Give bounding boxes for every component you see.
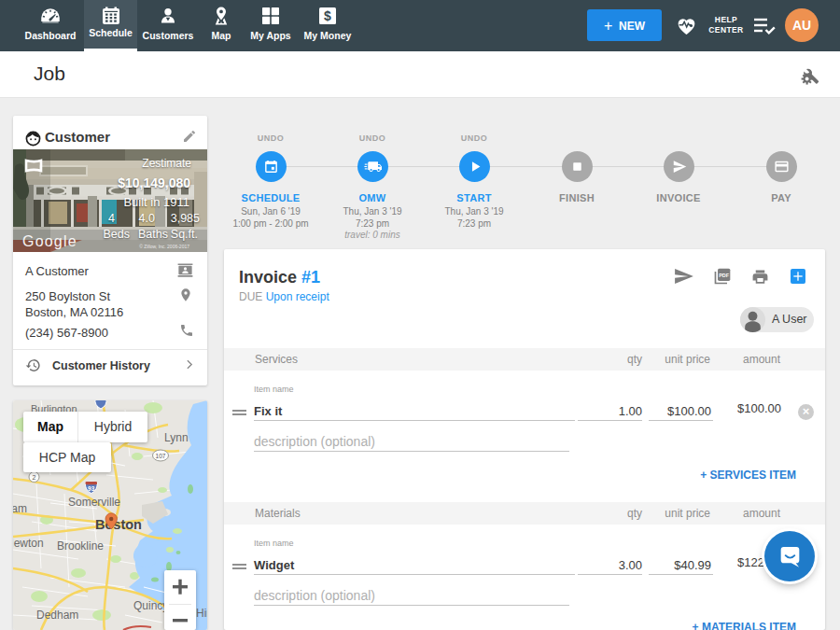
svg-text:Brookline: Brookline xyxy=(57,539,104,553)
svg-text:Newton: Newton xyxy=(13,537,44,550)
svg-text:Boston: Boston xyxy=(95,517,142,532)
svg-text:$: $ xyxy=(324,8,331,23)
svg-text:Quincy: Quincy xyxy=(133,599,168,612)
svg-text:107: 107 xyxy=(156,453,166,459)
svg-text:93: 93 xyxy=(88,485,95,492)
svg-text:Waltham: Waltham xyxy=(13,502,27,515)
svg-text:Hingham: Hingham xyxy=(196,607,207,620)
svg-text:Dedham: Dedham xyxy=(36,609,78,622)
svg-text:Somerville: Somerville xyxy=(68,496,120,509)
svg-text:2: 2 xyxy=(33,474,36,481)
svg-text:PDF: PDF xyxy=(719,273,730,278)
svg-text:Lynn: Lynn xyxy=(164,431,189,444)
